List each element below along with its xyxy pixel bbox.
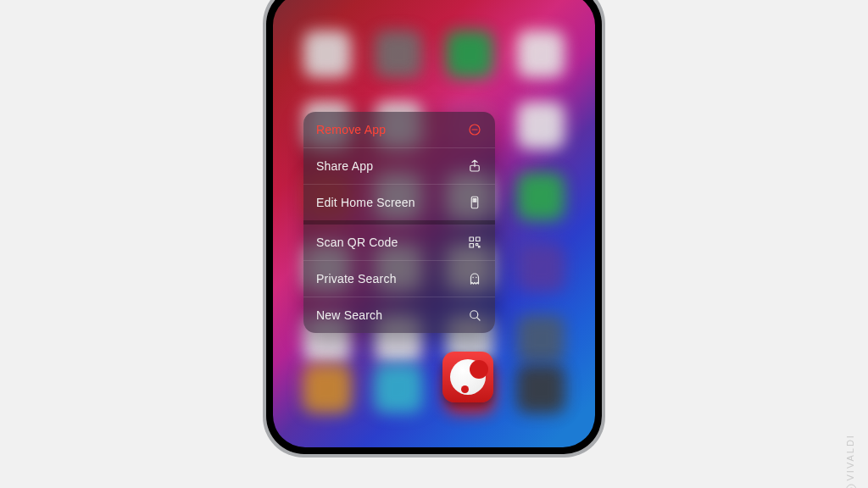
- menu-item-edit[interactable]: Edit Home Screen: [303, 185, 495, 220]
- menu-item-label: Remove App: [316, 123, 386, 136]
- menu-item-label: Scan QR Code: [316, 236, 398, 249]
- phone-frame: Remove AppShare AppEdit Home ScreenScan …: [263, 0, 605, 458]
- blurred-app-icon: [303, 364, 352, 413]
- blurred-app-icon: [516, 364, 565, 413]
- menu-item-label: Share App: [316, 159, 373, 173]
- qr-icon: [467, 235, 482, 250]
- blurred-app-icon: [303, 30, 351, 78]
- blurred-app-icon: [517, 173, 565, 220]
- menu-item-label: New Search: [316, 308, 382, 322]
- svg-rect-7: [475, 201, 476, 202]
- blurred-icon-row: [273, 30, 595, 78]
- ghost-icon: [467, 271, 482, 286]
- svg-rect-9: [476, 237, 481, 241]
- menu-item-label: Private Search: [316, 272, 397, 286]
- blurred-app-icon: [446, 30, 493, 78]
- svg-point-13: [472, 277, 474, 279]
- svg-rect-6: [473, 201, 475, 202]
- menu-item-remove[interactable]: Remove App: [303, 112, 495, 147]
- blurred-app-icon: [517, 244, 565, 291]
- menu-item-search[interactable]: New Search: [303, 297, 495, 333]
- svg-rect-4: [473, 199, 475, 201]
- svg-rect-5: [475, 199, 476, 201]
- minus-circle-icon: [467, 122, 482, 137]
- blurred-app-icon: [374, 364, 423, 413]
- menu-item-private[interactable]: Private Search: [303, 261, 495, 297]
- blurred-app-icon: [517, 102, 565, 149]
- menu-item-share[interactable]: Share App: [303, 148, 495, 184]
- blurred-app-icon: [375, 30, 422, 78]
- svg-rect-8: [470, 237, 474, 241]
- svg-rect-10: [470, 244, 474, 248]
- menu-item-label: Edit Home Screen: [316, 196, 415, 209]
- vivaldi-watermark: VIVALDI: [845, 434, 856, 488]
- search-icon: [467, 308, 482, 323]
- svg-point-14: [476, 277, 477, 279]
- blurred-icon-row: [273, 364, 595, 413]
- share-icon: [467, 158, 482, 174]
- svg-line-16: [477, 318, 480, 320]
- blurred-app-icon: [517, 315, 565, 363]
- blurred-app-icon: [517, 30, 565, 78]
- svg-rect-11: [476, 244, 478, 246]
- menu-item-qr[interactable]: Scan QR Code: [303, 225, 495, 260]
- home-screen: Remove AppShare AppEdit Home ScreenScan …: [273, 0, 595, 447]
- app-context-menu: Remove AppShare AppEdit Home ScreenScan …: [303, 112, 495, 333]
- vivaldi-app-icon[interactable]: [442, 352, 493, 402]
- phone-apps-icon: [467, 195, 482, 210]
- svg-rect-12: [479, 247, 481, 248]
